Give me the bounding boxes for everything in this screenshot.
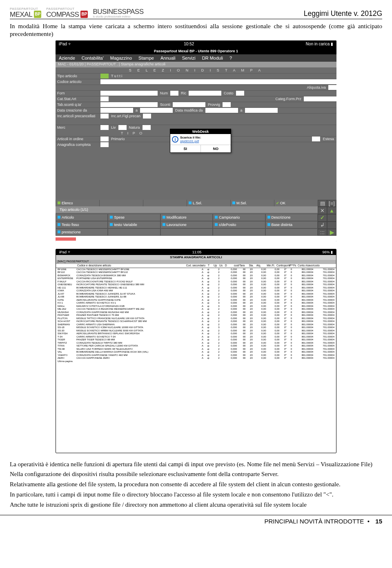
tool-icon[interactable] <box>327 221 336 229</box>
menu-item[interactable]: Magazzino <box>110 56 132 60</box>
page-footer: PRINCIPALI NOVITÀ INTRODOTTE • 15 <box>0 515 392 530</box>
table-row: GNEISENEUINCROCIATORE PESANTE TEDESCO GN… <box>58 283 334 286</box>
table-row: TIGERPANZER TIGER TEDESCO 88 MMAqt20,000… <box>58 338 334 342</box>
table-row: TIRPITZCORAZZATA TEDESCA TIRPITZ 380 MMA… <box>58 342 334 345</box>
menu-bar[interactable]: AziendeContabilita'MagazzinoStampeAnnual… <box>56 54 336 62</box>
footer-button[interactable]: Elenco <box>56 200 99 206</box>
table-row: JU-88BOMBARDIERE TEDESCO JUNKERS JU-88Aq… <box>58 295 334 299</box>
footer-button[interactable] <box>143 200 187 206</box>
table-row: ENTERPRISEPORTAEREI USA ENTERPRISEAqt20,… <box>58 277 334 280</box>
grid-button <box>265 228 318 236</box>
menu-item[interactable]: ? <box>229 56 232 60</box>
table-row: KV-1CARRO ARMATO SOVIETICO KV-1Aqt30,000… <box>58 302 334 305</box>
tool-icon[interactable]: ↲ <box>318 221 327 229</box>
menu-item[interactable]: Stampe <box>138 56 154 60</box>
right-tool-column: ▤[=]✕▲✓↲:::▶ <box>318 200 336 236</box>
table-row: SHERMANCARRO ARMATO USA SHERMANAqt20,000… <box>58 323 334 326</box>
tool-icon[interactable]: ▲ <box>327 207 336 214</box>
table-row: PLUTONMISSILE TATTICO FRANCESE NUCLEARE … <box>58 317 334 320</box>
section-title: S E L E Z I O N I D I S T A M P A <box>56 67 336 73</box>
grid-button <box>108 228 160 236</box>
table-row: IOWACORAZZATA USA IOWA 406 MMAqt20,00000… <box>58 289 334 293</box>
grid-button[interactable]: Campionario <box>213 214 265 221</box>
button-grid: ArticoloSpeseModificatoreCampionarioDesc… <box>56 214 318 236</box>
table-row: BISMARCKCORAZZATA TEDESCA BISMARCK 380 M… <box>58 274 334 277</box>
grid-button[interactable]: Spese <box>108 214 160 221</box>
screenshot-ipad-form: iPad ᯤ 10:52 Non in carica ▮ Passepartou… <box>56 40 336 242</box>
paragraph-3: Relativamente alla gestione del file sys… <box>10 481 382 488</box>
paragraph-4: In particolare, tutti i campi di input n… <box>10 491 382 499</box>
ipad-status-bar-2: iPad ᯤ 11:05 96% ▮ <box>56 249 336 255</box>
footer-button[interactable]: L.Sel. <box>187 200 230 206</box>
download-link[interactable]: stp00101.pdf <box>180 139 199 143</box>
table-row: SCH.HOSTINCROCIATORE PESANTE TEDESCO SCH… <box>58 320 334 323</box>
grid-button[interactable]: Testo fisso <box>56 221 108 228</box>
report-subtitle: [MAC] PASSEPARTOUT . <box>56 260 336 264</box>
table-row: HE-111BOMBARDIERE TEDESCO HEINKEL HE-111… <box>58 286 334 290</box>
grid-button[interactable]: Descrizione <box>265 214 318 221</box>
modal-no-button[interactable]: NO <box>201 145 231 152</box>
grid-button[interactable]: Base distinta <box>265 221 318 228</box>
modal-title: WebDesk <box>170 129 231 134</box>
table-row: MAKειMAKAROV 9 PISTOLA D'ORDINANZA KGBAq… <box>58 305 334 308</box>
report-rows: BF109ECACCIA TEDESCO MESSERSCHMITT BF109… <box>56 268 336 363</box>
table-row: T-34CARRO ARMATO SOVIETICO T-34Aqt20,000… <box>58 335 334 339</box>
table-row: SW.FISHAEROSILURANTE BRITANNICO BIPLANO … <box>58 332 334 335</box>
doc-version: Leggimi Utente v. 2012G <box>304 9 382 18</box>
app-title: Passepartout Mexal BP - Utente 899 Opera… <box>56 48 336 54</box>
table-row: PANTHERPANZER PANTHER TEDESCO 75 MMAqt20… <box>58 314 334 317</box>
table-row: KATEAEROSILURANTE GIAPPONESE KATEAqt20,0… <box>58 299 334 302</box>
grid-button[interactable]: c/dePosito <box>213 221 265 228</box>
table-row: SS-18MISSILE SOVIETICO ICBM NUCLEARE 100… <box>58 326 334 329</box>
table-row: ME-262CACCIA TEDESCO A REAZIONE MESSERSC… <box>58 308 334 311</box>
table-row: JU-87BOMBARDIERE TEDESCO JUNKERS JU-87 S… <box>58 293 334 296</box>
grid-button[interactable]: prestazione <box>56 228 108 236</box>
footer-button[interactable] <box>99 200 143 206</box>
footer-button[interactable]: M.Sel. <box>230 200 274 206</box>
table-row: ZEROCACCIA GIAPPONESE ZEROAqt20,00000200… <box>58 357 334 360</box>
menu-item[interactable]: Aziende <box>59 56 75 60</box>
table-row: YAMATOCORAZZATA GIAPPONESE YAMATO 460 MM… <box>58 354 334 357</box>
menu-item[interactable]: Servizi <box>182 56 196 60</box>
paragraph-2: Nella configurazione dei dispositivi ris… <box>10 470 382 478</box>
report-title: STAMPA ANAGRAFICA ARTICOLI <box>56 255 336 260</box>
footer-button[interactable]: ✔OK <box>274 200 318 206</box>
grid-button <box>160 228 213 236</box>
grid-button <box>213 228 265 236</box>
grid-button[interactable]: Modificatore <box>160 214 213 221</box>
table-row: BF110CACCIA TEDESCO MESSERSCHMITT BF110A… <box>58 271 334 274</box>
table-row: VALBOMBARDIERE DELLA MARINA GIAPPONESE A… <box>58 351 334 354</box>
tool-icon[interactable]: ▶ <box>327 229 336 236</box>
screenshot-ipad-report: iPad ᯤ 11:05 96% ▮ STAMPA ANAGRAFICA ART… <box>56 249 336 453</box>
menu-item[interactable]: DR Moduli <box>202 56 223 60</box>
table-row: BF109ECACCIA TEDESCO MESSERSCHMITT BF109… <box>58 268 334 271</box>
table-row: MUSASHICORAZZATA GIAPPONESE MUSASHI 460 … <box>58 311 334 314</box>
ipad-status-bar: iPad ᯤ 10:52 Non in carica ▮ <box>56 40 336 48</box>
table-row: F.WULFCACCIA RICOGNITORE TEDESCO FOCKE W… <box>58 280 334 284</box>
intro-paragraph: In modalità Home la stampa viene caricat… <box>10 22 382 38</box>
report-column-headers: Codice e descrizione articoloCod. second… <box>56 264 336 268</box>
tool-icon[interactable] <box>327 214 336 221</box>
paragraph-1: La operatività è identica nelle funzioni… <box>10 461 382 468</box>
tool-icon[interactable]: ::: <box>318 229 327 236</box>
grid-button[interactable]: testo Variabile <box>108 221 160 228</box>
status-row: Tipo articolo (1/1) <box>56 206 318 213</box>
grid-button[interactable]: Lavorazione <box>160 221 213 228</box>
tool-icon[interactable]: ✕ <box>318 207 327 214</box>
menu-item[interactable]: Annuali <box>160 56 176 60</box>
tool-icon[interactable]: ▤ <box>318 200 327 207</box>
tool-icon[interactable]: [=] <box>327 200 336 207</box>
tool-icon[interactable]: ✓ <box>318 214 327 221</box>
footer-bar: ElencoL.Sel.M.Sel.✔OK <box>56 200 318 206</box>
info-icon: i <box>172 136 178 143</box>
breadcrumb: MAC - 01/01/20 | PASSEPARTOUT . | Stampa… <box>56 62 336 67</box>
modal-yes-button[interactable]: SI <box>170 145 201 152</box>
table-row: TM-48SILURO USA TORPEDO MARK 48 TELEGUID… <box>58 348 334 351</box>
menu-item[interactable]: Contabilita' <box>82 56 104 60</box>
grid-button[interactable]: Articolo <box>56 214 108 221</box>
table-row: TITANVETTORE PER CARICHI SPAZIALI 12000 … <box>58 344 334 348</box>
page-header: PASSEPARTOUTMEXALBPPASSEPARTOUTCOMPASSBP… <box>10 7 382 19</box>
webdesk-modal: WebDesk i Scarica il file: stp00101.pdf … <box>170 129 231 153</box>
paragraph-5: Anche tutte le istruzioni sprix di gesti… <box>10 501 382 509</box>
table-row: SS-20MISSILE SOVIETICO MRBM NUCLEARE 500… <box>58 329 334 333</box>
